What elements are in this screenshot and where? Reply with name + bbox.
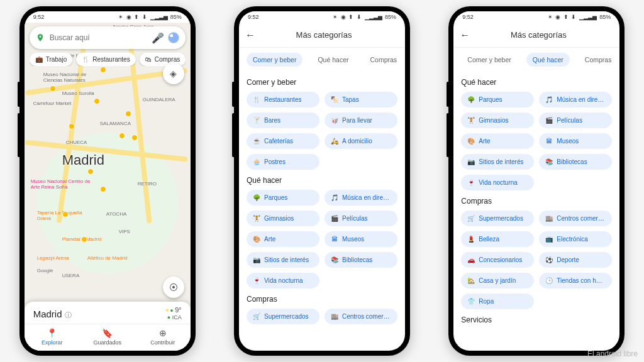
pill-icon: 🌳 <box>467 96 475 103</box>
pill-label: Música en direc... <box>557 96 606 103</box>
pill-label: Centros comerc... <box>557 215 606 222</box>
category-pill[interactable]: 🏛Museos <box>325 231 397 247</box>
pill-icon: 👕 <box>467 298 475 305</box>
category-pill[interactable]: 🛒Supermercados <box>247 309 319 324</box>
status-time: 9:52 <box>33 14 45 20</box>
header-title: Más categorías <box>249 30 399 40</box>
pill-icon: 🛒 <box>253 313 260 320</box>
pill-icon: 📚 <box>331 256 338 263</box>
category-pill[interactable]: 📺Electrónica <box>539 231 612 247</box>
pill-icon: 📷 <box>253 256 260 263</box>
locate-button[interactable]: ⦿ <box>163 277 184 298</box>
pill-icon: 🏬 <box>545 215 553 222</box>
bottom-nav: 📍 Explorar 🔖 Guardados ⊕ Contribuir <box>25 324 191 351</box>
category-pill[interactable]: 📚Bibliotecas <box>539 154 612 170</box>
chip-trabajo[interactable]: 💼 Trabajo <box>30 53 73 66</box>
pill-label: Parques <box>479 96 502 103</box>
category-pill[interactable]: 🎵Música en direc... <box>539 92 612 107</box>
category-pill[interactable]: 📚Bibliotecas <box>325 252 397 268</box>
briefcase-icon: 💼 <box>35 56 43 63</box>
category-pill[interactable]: 🛒Supermercados <box>461 211 534 226</box>
map-canvas[interactable]: Asador Casa Juan Politécnica de Madrid B… <box>25 23 191 351</box>
category-pill[interactable]: 👕Ropa <box>461 293 534 309</box>
pill-label: Supermercados <box>479 215 523 222</box>
pill-label: Arte <box>479 138 490 145</box>
nav-contribuir[interactable]: ⊕ Contribuir <box>135 324 191 351</box>
category-pill[interactable]: 🌳Parques <box>247 190 319 206</box>
pill-label: Casa y jardín <box>479 277 516 284</box>
status-signal: ▁▂▃▅ <box>150 14 168 20</box>
bottom-sheet[interactable]: Madrid ⓘ ☀● 9° ● ICA 📍 Explorar 🔖 Guarda… <box>25 302 191 351</box>
pill-label: Restaurantes <box>264 96 301 103</box>
avatar[interactable] <box>168 32 179 43</box>
map-label: VIPS <box>119 229 130 234</box>
phone-3: 9:52 ✶ ◉ ⬆ ⬇ ▁▂▃▅ 85% ← Más categorías C… <box>448 6 625 356</box>
categories-body[interactable]: Qué hacer 🌳Parques🎵Música en direc...🏋Gi… <box>453 72 619 351</box>
category-pill[interactable]: 📷Sitios de interés <box>247 252 319 268</box>
search-input[interactable] <box>50 33 147 42</box>
category-pill[interactable]: 🎨Arte <box>247 231 319 247</box>
pill-label: Para llevar <box>342 117 372 124</box>
category-pill[interactable]: ☕Cafeterías <box>247 133 319 149</box>
section-compras: Compras <box>247 295 397 304</box>
pill-icon: 📺 <box>545 236 553 243</box>
category-pill[interactable]: 🍷Vida nocturna <box>247 273 319 288</box>
nav-guardados[interactable]: 🔖 Guardados <box>80 324 135 351</box>
tab-que-hacer[interactable]: Qué hacer <box>311 53 355 67</box>
category-pill[interactable]: 🏬Centros comerc... <box>539 211 612 226</box>
category-pill[interactable]: 📷Sitios de interés <box>461 154 534 170</box>
pill-icon: 🎨 <box>253 236 260 243</box>
pill-label: Electrónica <box>557 236 587 243</box>
tab-que-hacer[interactable]: Qué hacer <box>526 53 570 67</box>
pill-label: Arte <box>264 236 275 243</box>
pill-icon: 🏛 <box>545 138 553 145</box>
tab-compras[interactable]: Compras <box>364 53 403 67</box>
nav-explorar[interactable]: 📍 Explorar <box>25 324 80 351</box>
category-pill[interactable]: 💄Belleza <box>461 231 534 247</box>
pill-icon: 🏛 <box>331 236 338 243</box>
category-pill[interactable]: 🌳Parques <box>461 92 534 107</box>
status-bar: 9:52 ✶ ◉ ⬆ ⬇ ▁▂▃▅ 85% <box>25 11 191 23</box>
pill-label: Vida nocturna <box>264 277 303 284</box>
pill-label: Ropa <box>479 298 494 305</box>
pill-label: Películas <box>557 117 582 124</box>
category-pill[interactable]: 🕒Tiendas con hor... <box>539 273 612 288</box>
map-label: Museo Nacional de Ciencias Naturales <box>43 72 106 83</box>
category-pill[interactable]: 🏋Gimnasios <box>247 211 319 226</box>
layers-button[interactable]: ◈ <box>163 63 184 84</box>
chip-label: Trabajo <box>46 56 67 63</box>
category-pill[interactable]: 🚗Concesionarios <box>461 252 534 268</box>
chip-restaurantes[interactable]: 🍴 Restaurantes <box>76 53 135 66</box>
category-pill[interactable]: 🥡Para llevar <box>325 112 397 128</box>
category-pill[interactable]: 🍸Bares <box>247 112 319 128</box>
category-pill[interactable]: 🎬Películas <box>539 112 612 128</box>
category-pill[interactable]: 🏬Centros comerc... <box>325 309 397 324</box>
category-pill[interactable]: 🎬Películas <box>325 211 397 226</box>
pill-label: Postres <box>264 158 286 165</box>
pill-icon: 🛵 <box>331 138 338 145</box>
search-bar[interactable]: 🎤 <box>30 26 186 49</box>
tab-comer[interactable]: Comer y beber <box>247 53 303 67</box>
category-pill[interactable]: 🏛Museos <box>539 133 612 149</box>
category-pill[interactable]: 🍢Tapas <box>325 92 397 107</box>
pill-icon: 🎵 <box>331 194 338 201</box>
tab-row: Comer y beber Qué hacer Compras Servicio… <box>239 48 405 72</box>
category-pill[interactable]: 🍴Restaurantes <box>247 92 319 107</box>
pill-label: Concesionarios <box>479 256 522 263</box>
category-pill[interactable]: 🏡Casa y jardín <box>461 273 534 288</box>
tab-comer[interactable]: Comer y beber <box>461 53 517 67</box>
category-pill[interactable]: ⚽Deporte <box>539 252 612 268</box>
pill-label: A domicilio <box>342 138 372 145</box>
pill-icon: ☕ <box>253 138 260 145</box>
tab-compras[interactable]: Compras <box>579 53 618 67</box>
category-pill[interactable]: 🎨Arte <box>461 133 534 149</box>
categories-body[interactable]: Comer y beber 🍴Restaurantes🍢Tapas🍸Bares🥡… <box>239 72 405 351</box>
saved-icon: 🔖 <box>80 328 135 338</box>
category-pill[interactable]: 🏋Gimnasios <box>461 112 534 128</box>
category-pill[interactable]: 🧁Postres <box>247 154 319 170</box>
status-bar: 9:52 ✶ ◉ ⬆ ⬇ ▁▂▃▅ 85% <box>239 11 405 23</box>
category-pill[interactable]: 🛵A domicilio <box>325 133 397 149</box>
mic-icon[interactable]: 🎤 <box>152 32 163 43</box>
category-pill[interactable]: 🎵Música en direc... <box>325 190 397 206</box>
category-pill[interactable]: 🍷Vida nocturna <box>461 175 534 190</box>
